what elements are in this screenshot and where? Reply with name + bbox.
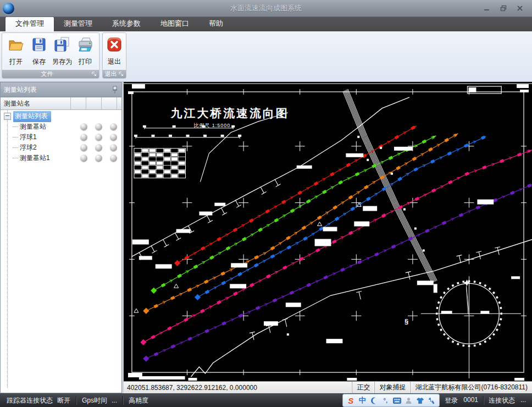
close-button[interactable] [516,4,524,12]
exit-group-dialog-launcher-icon[interactable] [119,72,124,77]
login-label: 登录 [445,396,458,405]
restore-button[interactable] [499,4,508,12]
station-name: 浮球2 [20,143,37,152]
station-name: 测量基站1 [20,153,50,163]
map-label-blob [132,84,145,89]
chinese-mode-icon[interactable]: 中 [358,396,367,405]
map-label-blob [214,203,225,206]
map-label-blob [297,166,312,169]
station-grid-header: 测量站名 [1,97,121,110]
station-row-1[interactable]: 测量基站 [1,122,121,132]
map-label-blob [434,284,437,293]
pin-icon[interactable] [112,86,118,94]
map-label-blob [199,212,212,216]
map-label-blob [520,90,529,92]
track-orange-line [146,134,458,311]
punctuation-icon[interactable]: °, [381,396,390,405]
company-info: 湖北蓝宇航标有限公司(0716-8320811) [410,382,532,393]
map-label-blob [286,302,301,307]
tab-file-management[interactable]: 文件管理 [5,16,54,31]
station-row-3[interactable]: 浮球2 [1,142,121,153]
status-indicator-orb [80,155,87,162]
tab-map-window[interactable]: 地图窗口 [151,16,199,31]
exit-button[interactable]: 退出 [105,35,124,68]
map-label-blob [477,200,494,205]
precision-mode: 高精度 [129,396,148,405]
status-indicator-orb [110,155,117,162]
minimize-button[interactable] [483,4,491,12]
map-label-blob [128,373,142,377]
track-purple-line [146,185,532,359]
ribbon-group-file-label: 文件 [2,70,99,78]
gps-time-label: Gps时间 [82,396,107,405]
tab-help[interactable]: 帮助 [199,16,233,31]
ime-toolbar: S 中 °, [342,394,440,407]
save-button[interactable]: 保存 [27,35,51,68]
print-button[interactable]: 打印 [74,35,97,68]
status-indicator-orb [95,155,102,162]
save-button-label: 保存 [32,57,46,67]
map-label-blob [139,256,152,260]
tree-root-label: 测量站列表 [13,111,51,122]
track-orange [143,132,459,314]
gps-time-value: ... [112,397,117,404]
keyboard-icon[interactable] [392,396,401,405]
save-as-icon [53,36,71,56]
map-label-blob [156,264,172,268]
user-profile-icon[interactable] [404,396,413,405]
tree-branch-line [13,147,18,148]
map-label-blob [363,206,377,211]
status-indicator-orb [80,144,87,151]
map-label-blob [517,84,529,88]
column-station-name[interactable]: 测量站名 [1,97,71,109]
column-indicator-2[interactable] [86,97,102,109]
station-row-4[interactable]: 测量基站1 [1,153,121,163]
status-indicator-orb [110,134,117,141]
wrench-settings-icon[interactable] [427,396,436,405]
ribbon-group-file: 打开 保存 [2,32,99,79]
station-row-2[interactable]: 浮球1 [1,132,121,142]
ribbon: 打开 保存 [0,31,532,82]
open-button[interactable]: 打开 [4,35,27,68]
track-green [151,134,437,294]
skin-tshirt-icon[interactable] [415,396,424,405]
cad-canvas[interactable]: 九江大桥流速流向图比例尺 1:5000§ [124,82,532,381]
column-indicator-1[interactable] [71,97,86,109]
station-panel-title: 测量站列表 [4,85,112,95]
connection-status-label: 连接状态 [489,396,515,405]
ribbon-group-exit: 退出 退出 [102,32,126,79]
map-label-blob [326,339,343,343]
app-status-bar: 跟踪器连接状态 断开 Gps时间 ... 高精度 S 中 °, 登录 0001 [0,393,532,407]
collapse-icon[interactable] [4,113,11,120]
map-label-blob [139,376,185,380]
column-indicator-3[interactable] [102,97,117,109]
svg-text:§: § [404,317,408,326]
cad-drawing[interactable]: 九江大桥流速流向图比例尺 1:5000§ [124,82,532,381]
osnap-toggle[interactable]: 对象捕捉 [374,382,410,393]
ortho-toggle[interactable]: 正交 [352,382,374,393]
tab-survey-management[interactable]: 测量管理 [54,16,102,31]
status-divider [483,396,484,405]
status-indicator-orb [80,123,87,130]
save-as-button[interactable]: 另存为 [51,35,74,68]
tree-root-row[interactable]: 测量站列表 [1,111,121,122]
station-list-panel: 测量站列表 测量站名 测量站列表 测量基站浮球1浮球2测量基站1 [0,82,122,393]
open-folder-icon [7,36,25,56]
tab-system-parameters[interactable]: 系统参数 [102,16,151,31]
status-indicator-orb [95,134,102,141]
app-globe-icon [3,3,14,14]
tracker-status-label: 跟踪器连接状态 [7,396,53,405]
map-label-blob [231,263,247,267]
ribbon-group-exit-label: 退出 [103,70,126,78]
map-label-blob [394,147,413,151]
moon-halfwidth-icon[interactable] [369,396,378,405]
tree-branch-line [13,137,18,138]
status-divider [123,396,123,405]
save-as-button-label: 另存为 [52,57,72,67]
ribbon-tab-strip: 文件管理 测量管理 系统参数 地图窗口 帮助 [0,17,532,31]
station-panel-header: 测量站列表 [1,82,121,97]
file-group-dialog-launcher-icon[interactable] [92,72,97,77]
station-tree: 测量站列表 测量基站浮球1浮球2测量基站1 [1,110,121,393]
sogou-ime-icon[interactable]: S [346,396,355,405]
map-scale-label: 比例尺 1:5000 [193,123,230,128]
